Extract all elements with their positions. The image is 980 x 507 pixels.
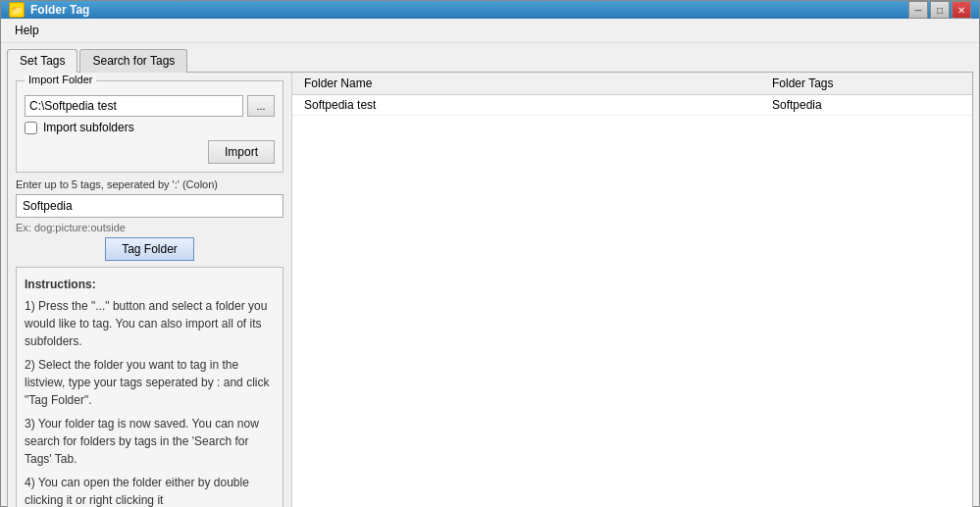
- table-header: Folder Name Folder Tags: [292, 73, 972, 95]
- left-panel: Import Folder ... Import subfolders Impo…: [8, 73, 292, 507]
- col-header-folder-name: Folder Name: [300, 76, 768, 90]
- app-icon: 📁: [9, 2, 25, 18]
- import-button[interactable]: Import: [208, 140, 275, 164]
- content-area: Set Tags Search for Tags Import Folder .…: [1, 43, 979, 507]
- minimize-button[interactable]: ─: [908, 1, 928, 19]
- table-row[interactable]: Softpedia test Softpedia: [292, 95, 972, 116]
- tab-set-tags[interactable]: Set Tags: [7, 49, 77, 73]
- browse-button[interactable]: ...: [247, 95, 275, 117]
- import-folder-group: Import Folder ... Import subfolders Impo…: [16, 80, 284, 173]
- instructions-box: Instructions: 1) Press the "..." button …: [16, 267, 284, 507]
- tab-bar: Set Tags Search for Tags: [7, 49, 973, 73]
- title-bar-left: 📁 Folder Tag: [9, 2, 89, 18]
- tag-folder-button[interactable]: Tag Folder: [105, 237, 194, 261]
- folder-path-input[interactable]: [25, 95, 243, 117]
- maximize-button[interactable]: □: [930, 1, 950, 19]
- title-controls: ─ □ ✕: [908, 1, 971, 19]
- window-title: Folder Tag: [30, 3, 89, 17]
- tags-label: Enter up to 5 tags, seperated by ':' (Co…: [16, 178, 284, 190]
- instruction-step-3: 3) Your folder tag is now saved. You can…: [25, 415, 275, 468]
- close-button[interactable]: ✕: [952, 1, 971, 19]
- instructions-title: Instructions:: [25, 276, 275, 293]
- import-folder-row: ...: [25, 95, 275, 117]
- import-btn-row: Import: [25, 140, 275, 164]
- tab-search-for-tags[interactable]: Search for Tags: [79, 49, 187, 73]
- instruction-step-1: 1) Press the "..." button and select a f…: [25, 297, 275, 350]
- import-subfolders-label: Import subfolders: [43, 121, 134, 134]
- tags-section: Enter up to 5 tags, seperated by ':' (Co…: [16, 178, 284, 261]
- import-subfolders-row: Import subfolders: [25, 121, 275, 134]
- import-subfolders-checkbox[interactable]: [25, 122, 37, 134]
- right-panel: Folder Name Folder Tags Softpedia test S…: [292, 73, 972, 507]
- main-panel: Import Folder ... Import subfolders Impo…: [7, 72, 973, 507]
- table-body: Softpedia test Softpedia: [292, 95, 972, 507]
- col-header-folder-tags: Folder Tags: [768, 76, 964, 90]
- import-folder-title: Import Folder: [25, 74, 96, 85]
- menu-help[interactable]: Help: [7, 22, 47, 39]
- example-text: Ex: dog:picture:outside: [16, 222, 284, 233]
- tags-input[interactable]: [16, 194, 284, 218]
- menu-bar: Help: [1, 19, 979, 43]
- instruction-step-4: 4) You can open the folder either by dou…: [25, 474, 275, 507]
- cell-folder-name: Softpedia test: [300, 98, 768, 112]
- main-window: 📁 Folder Tag ─ □ ✕ Help Set Tags Search …: [0, 0, 980, 507]
- tag-folder-row: Tag Folder: [16, 237, 284, 261]
- title-bar: 📁 Folder Tag ─ □ ✕: [1, 1, 979, 19]
- cell-folder-tags: Softpedia: [768, 98, 964, 112]
- instruction-step-2: 2) Select the folder you want to tag in …: [25, 356, 275, 409]
